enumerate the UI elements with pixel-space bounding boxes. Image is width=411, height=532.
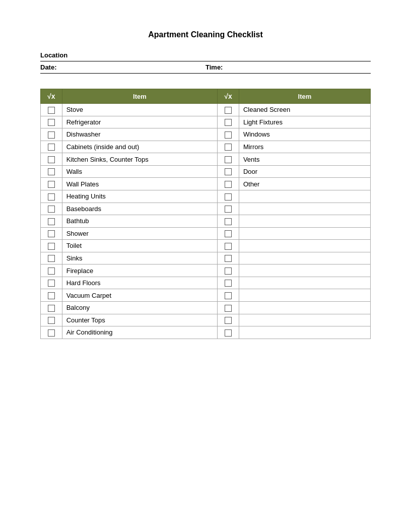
checkbox-box[interactable]	[225, 119, 232, 126]
item-right-0: Cleaned Screen	[239, 104, 370, 116]
checkbox-right-8[interactable]	[218, 203, 239, 215]
checkbox-left-5[interactable]	[41, 165, 62, 178]
checkbox-left-7[interactable]	[41, 190, 62, 203]
table-row: Heating Units	[41, 190, 371, 203]
checkbox-right-1[interactable]	[218, 116, 239, 128]
checkbox-box[interactable]	[48, 181, 55, 188]
item-right-11	[239, 240, 370, 252]
checkbox-box[interactable]	[48, 218, 55, 225]
checkbox-box[interactable]	[48, 255, 55, 262]
checkbox-box[interactable]	[225, 131, 232, 139]
checkbox-left-10[interactable]	[41, 227, 62, 240]
checkbox-box[interactable]	[48, 268, 55, 275]
checkbox-box[interactable]	[48, 168, 55, 175]
checkbox-box[interactable]	[225, 218, 232, 225]
checkbox-box[interactable]	[48, 243, 55, 250]
checkbox-box[interactable]	[225, 292, 232, 299]
checkbox-box[interactable]	[225, 255, 232, 262]
checkbox-left-3[interactable]	[41, 141, 62, 153]
checkbox-box[interactable]	[48, 156, 55, 163]
checkbox-right-11[interactable]	[218, 240, 239, 252]
item-left-15: Vacuum Carpet	[62, 289, 218, 302]
checkbox-right-15[interactable]	[218, 289, 239, 302]
item-right-5: Door	[239, 165, 370, 178]
checkbox-left-8[interactable]	[41, 203, 62, 215]
checkbox-left-4[interactable]	[41, 153, 62, 166]
checkbox-right-3[interactable]	[218, 141, 239, 153]
checkbox-right-12[interactable]	[218, 252, 239, 264]
item-left-12: Sinks	[62, 252, 218, 264]
item-right-6: Other	[239, 178, 370, 190]
checkbox-left-14[interactable]	[41, 277, 62, 289]
checkbox-box[interactable]	[225, 268, 232, 275]
location-label: Location	[40, 51, 67, 59]
checkbox-left-1[interactable]	[41, 116, 62, 128]
checkbox-box[interactable]	[225, 144, 232, 151]
checkbox-box[interactable]	[225, 156, 232, 163]
checkbox-box[interactable]	[48, 206, 55, 213]
checkbox-box[interactable]	[225, 107, 232, 114]
item-right-2: Windows	[239, 128, 370, 141]
checkbox-box[interactable]	[225, 193, 232, 201]
checkbox-box[interactable]	[48, 107, 55, 114]
checkbox-box[interactable]	[48, 193, 55, 201]
checkbox-box[interactable]	[225, 280, 232, 287]
checkbox-box[interactable]	[225, 168, 232, 175]
item-left-16: Balcony	[62, 302, 218, 314]
checkbox-left-2[interactable]	[41, 128, 62, 141]
checkbox-right-13[interactable]	[218, 264, 239, 277]
checkbox-box[interactable]	[48, 292, 55, 299]
checkbox-left-17[interactable]	[41, 314, 62, 326]
checkbox-right-5[interactable]	[218, 165, 239, 178]
checkbox-right-18[interactable]	[218, 326, 239, 339]
checkbox-left-16[interactable]	[41, 302, 62, 314]
checkbox-box[interactable]	[48, 119, 55, 126]
checkbox-right-16[interactable]	[218, 302, 239, 314]
check-symbol-right: √x	[224, 92, 232, 100]
checkbox-box[interactable]	[48, 280, 55, 287]
checkbox-right-7[interactable]	[218, 190, 239, 203]
item-right-12	[239, 252, 370, 264]
checkbox-left-6[interactable]	[41, 178, 62, 190]
checkbox-left-18[interactable]	[41, 326, 62, 339]
checkbox-left-12[interactable]	[41, 252, 62, 264]
table-row: Hard Floors	[41, 277, 371, 289]
checkbox-box[interactable]	[225, 243, 232, 250]
checkbox-box[interactable]	[225, 305, 232, 312]
checkbox-right-4[interactable]	[218, 153, 239, 166]
checkbox-box[interactable]	[225, 317, 232, 324]
checkbox-box[interactable]	[225, 329, 232, 337]
checkbox-left-11[interactable]	[41, 240, 62, 252]
item-left-3: Cabinets (inside and out)	[62, 141, 218, 153]
checkbox-box[interactable]	[48, 230, 55, 237]
table-row: Kitchen Sinks, Counter TopsVents	[41, 153, 371, 166]
divider-1	[40, 61, 371, 61]
checkbox-left-13[interactable]	[41, 264, 62, 277]
checkbox-box[interactable]	[48, 144, 55, 151]
table-row: Fireplace	[41, 264, 371, 277]
checkbox-right-17[interactable]	[218, 314, 239, 326]
checkbox-box[interactable]	[48, 329, 55, 337]
checkbox-box[interactable]	[225, 230, 232, 237]
checkbox-right-10[interactable]	[218, 227, 239, 240]
checkbox-right-9[interactable]	[218, 215, 239, 228]
item-left-14: Hard Floors	[62, 277, 218, 289]
checkbox-box[interactable]	[48, 305, 55, 312]
checkbox-left-15[interactable]	[41, 289, 62, 302]
checkbox-right-6[interactable]	[218, 178, 239, 190]
checkbox-right-0[interactable]	[218, 104, 239, 116]
checkbox-left-9[interactable]	[41, 215, 62, 228]
checkbox-left-0[interactable]	[41, 104, 62, 116]
checkbox-box[interactable]	[225, 206, 232, 213]
checkbox-box[interactable]	[225, 181, 232, 188]
checkbox-box[interactable]	[48, 131, 55, 139]
item-right-4: Vents	[239, 153, 370, 166]
item-left-1: Refrigerator	[62, 116, 218, 128]
checkbox-right-14[interactable]	[218, 277, 239, 289]
table-row: RefrigeratorLight Fixtures	[41, 116, 371, 128]
item-right-8	[239, 203, 370, 215]
checkbox-box[interactable]	[48, 317, 55, 324]
item-left-2: Dishwasher	[62, 128, 218, 141]
location-section: Location	[40, 51, 371, 59]
checkbox-right-2[interactable]	[218, 128, 239, 141]
